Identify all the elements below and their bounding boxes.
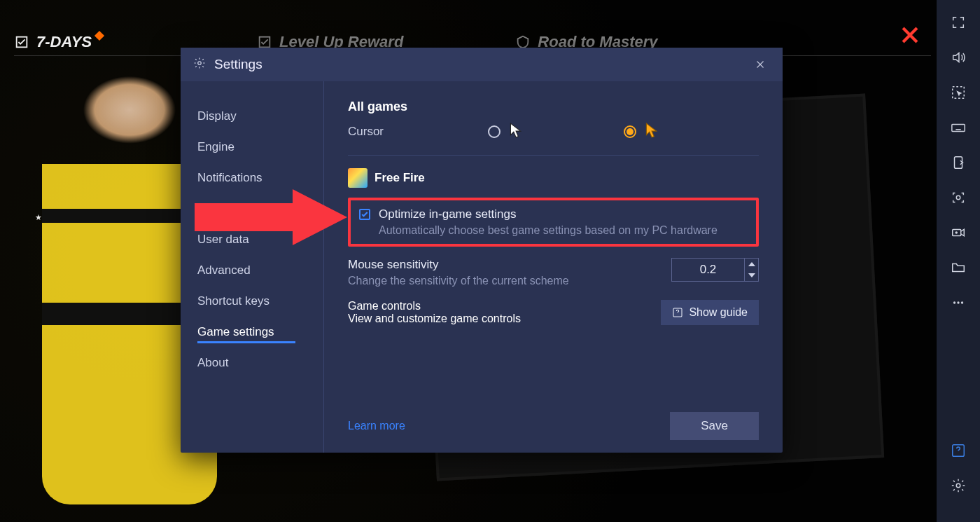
cursor-row: Cursor [348,123,759,141]
settings-header: Settings [181,48,783,81]
notification-dot-icon [94,30,104,40]
fullscreen-icon[interactable] [950,14,967,31]
settings-content: All games Cursor Free Fire [324,81,783,453]
game-close-button[interactable] [896,21,924,49]
nav-game-settings[interactable]: Game settings [181,317,323,348]
record-icon[interactable] [950,224,967,241]
svg-rect-5 [955,157,962,169]
learn-more-link[interactable]: Learn more [348,420,405,432]
show-guide-button[interactable]: Show guide [661,300,759,325]
install-apk-icon[interactable] [950,154,967,171]
nav-user-data[interactable]: User data [181,224,323,255]
nav-advanced[interactable]: Advanced [181,255,323,286]
media-folder-icon[interactable] [950,259,967,276]
game-controls-desc: View and customize game controls [348,312,661,325]
nav-display[interactable]: Display [181,101,323,132]
tab-7days[interactable]: 7-DAYS [14,33,103,51]
cursor-option-default[interactable] [488,123,624,141]
settings-modal: Settings Display Engine Notifications Pr… [181,48,783,453]
nav-preferences[interactable]: Preferences [181,193,323,224]
cursor-option-system[interactable] [624,123,760,141]
help-small-icon [672,307,683,318]
mouse-sens-spinner [671,258,759,282]
nav-notifications[interactable]: Notifications [181,163,323,193]
nav-about[interactable]: About [181,348,323,378]
svg-point-10 [957,301,959,303]
gear-icon [193,57,206,72]
nav-shortcut-keys[interactable]: Shortcut keys [181,286,323,317]
save-button[interactable]: Save [670,412,759,440]
more-icon[interactable] [950,294,967,311]
tab-label: 7-DAYS [36,33,92,51]
optimize-setting-row: Optimize in-game settings Automatically … [348,198,759,247]
optimize-checkbox[interactable] [359,209,370,220]
svg-point-9 [953,301,955,303]
game-name: Free Fire [374,171,425,185]
svg-point-8 [955,231,958,234]
settings-icon[interactable] [950,477,967,494]
svg-point-13 [956,483,960,488]
show-guide-label: Show guide [689,306,748,319]
keyboard-icon[interactable] [950,119,967,136]
cursor-label: Cursor [348,125,488,139]
settings-title: Settings [214,57,262,72]
spin-down[interactable] [745,270,758,281]
svg-point-11 [961,301,963,303]
close-button[interactable] [750,55,770,74]
lock-cursor-icon[interactable] [950,84,967,101]
emulator-sidebar [937,0,980,522]
cursor-orange-icon [645,123,657,141]
optimize-title: Optimize in-game settings [379,207,517,221]
settings-nav: Display Engine Notifications Preferences… [181,81,324,453]
volume-icon[interactable] [950,49,967,66]
svg-point-6 [956,195,960,200]
game-controls-row: Game controls View and customize game co… [348,300,759,325]
radio-unchecked-icon [488,125,500,138]
mouse-sensitivity-row: Mouse sensitivity Change the sensitivity… [348,258,759,287]
optimize-desc: Automatically choose best game settings … [379,224,748,237]
mouse-sens-input[interactable] [671,258,745,282]
screenshot-icon[interactable] [950,189,967,206]
divider [348,155,759,156]
radio-checked-icon [624,125,636,138]
nav-engine[interactable]: Engine [181,132,323,163]
help-icon[interactable] [950,442,967,459]
freefire-icon [348,168,368,188]
mouse-sens-title: Mouse sensitivity [348,258,657,272]
game-section-header: Free Fire [348,168,759,188]
all-games-title: All games [348,99,759,114]
svg-point-14 [198,62,202,65]
mouse-sens-desc: Change the sensitivity of the current sc… [348,275,657,287]
svg-rect-4 [952,124,965,131]
spin-up[interactable] [745,259,758,270]
game-controls-title: Game controls [348,300,661,312]
settings-footer: Learn more Save [348,399,759,440]
cursor-white-icon [509,123,522,141]
